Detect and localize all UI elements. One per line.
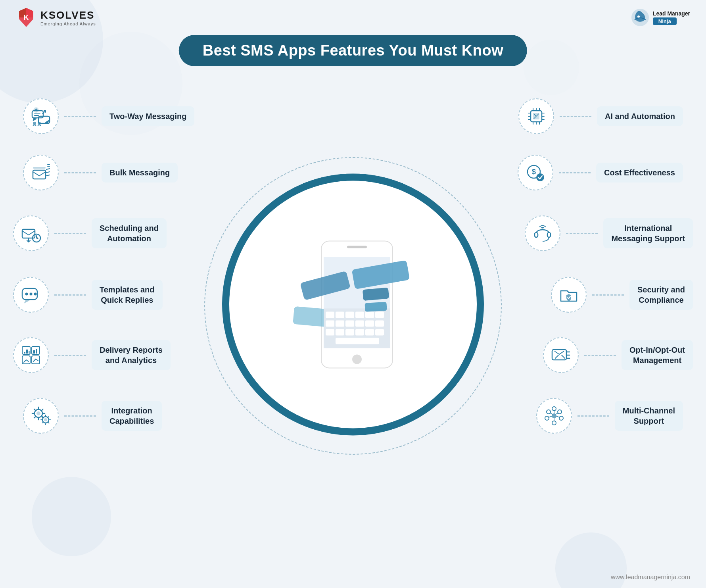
svg-rect-56 [36, 349, 37, 354]
svg-rect-20 [326, 320, 334, 327]
feature-label-templates: Templates and Quick Replies [92, 280, 163, 310]
svg-rect-23 [355, 320, 364, 327]
feature-bulk-messaging: Bulk Messaging [23, 155, 178, 190]
feature-international-messaging: International Messaging Support [525, 215, 693, 251]
feature-label-integration: Integration Capabilities [102, 401, 162, 431]
ksolves-icon: K [16, 7, 36, 28]
svg-rect-33 [363, 288, 389, 301]
feature-icon-multi-channel [536, 398, 572, 434]
svg-point-47 [34, 293, 37, 296]
svg-rect-9 [347, 246, 367, 248]
feature-icon-delivery-reports [13, 337, 49, 373]
svg-rect-24 [365, 320, 374, 327]
feature-label-security: Security and Compliance [629, 280, 693, 310]
svg-rect-51 [32, 356, 40, 364]
feature-label-ai: AI and Automation [597, 106, 683, 126]
connector [560, 116, 591, 117]
feature-label-two-way-messaging: Two-Way Messaging [102, 106, 194, 126]
feature-templates: Templates and Quick Replies [13, 277, 163, 313]
svg-rect-34 [365, 302, 387, 312]
connector [64, 172, 96, 173]
feature-icon-security [551, 277, 587, 313]
connector [64, 116, 96, 117]
svg-point-65 [536, 173, 544, 181]
svg-point-68 [542, 229, 543, 230]
svg-rect-26 [326, 329, 334, 335]
feature-label-cost: Cost Effectiveness [596, 163, 683, 183]
ninja-lead-label: Lead Manager [653, 10, 690, 17]
ksolves-logo: K KSOLVES Emerging Ahead Always [16, 7, 96, 28]
connector [54, 294, 86, 296]
svg-point-73 [559, 416, 563, 420]
ninja-logo: Lead Manager Ninja [631, 8, 690, 27]
svg-rect-32 [336, 338, 379, 344]
phone-svg [286, 217, 420, 392]
feature-opt-in-out: Opt-In/Opt-Out Management [543, 337, 693, 373]
svg-rect-29 [355, 329, 364, 335]
svg-rect-40 [33, 170, 46, 179]
svg-point-75 [545, 416, 549, 420]
ksolves-tagline: Emerging Ahead Always [40, 21, 96, 26]
connector [54, 355, 86, 356]
svg-point-58 [36, 411, 40, 415]
svg-rect-19 [375, 311, 384, 318]
outer-circle [222, 173, 484, 435]
svg-point-60 [44, 418, 47, 421]
page-title: Best SMS Apps Features You Must Know [203, 42, 503, 59]
svg-text:$: $ [532, 168, 536, 176]
feature-icon-ai [518, 98, 554, 134]
feature-icon-scheduling [13, 215, 49, 251]
ninja-icon [631, 8, 650, 27]
svg-rect-31 [375, 329, 384, 335]
connector [577, 415, 609, 417]
svg-rect-25 [375, 320, 384, 327]
svg-rect-27 [336, 329, 344, 335]
feature-scheduling-automation: Scheduling and Automation [13, 215, 167, 251]
feature-ai-automation: AI and Automation [518, 98, 683, 134]
svg-point-71 [552, 407, 556, 411]
svg-point-74 [552, 421, 556, 425]
ksolves-text: KSOLVES Emerging Ahead Always [40, 9, 96, 26]
feature-icon-cost: $ [518, 155, 553, 190]
svg-rect-17 [355, 311, 364, 318]
ksolves-name: KSOLVES [40, 9, 96, 21]
feature-icon-opt [543, 337, 579, 373]
svg-rect-15 [336, 311, 344, 318]
header: K KSOLVES Emerging Ahead Always Lead Man… [0, 0, 706, 35]
connector [566, 233, 598, 234]
feature-label-multi-channel: Multi-Channel Support [615, 401, 683, 431]
svg-point-39 [38, 122, 41, 125]
ninja-badge: Ninja [653, 17, 677, 25]
ninja-text: Lead Manager Ninja [653, 10, 690, 25]
svg-rect-22 [345, 320, 354, 327]
svg-rect-28 [345, 329, 354, 335]
svg-rect-30 [365, 329, 374, 335]
footer-url: www.leadmanagerninja.com [611, 574, 690, 581]
svg-text:K: K [24, 13, 29, 21]
svg-rect-18 [365, 311, 374, 318]
feature-cost-effectiveness: $ Cost Effectiveness [518, 155, 683, 190]
svg-rect-54 [29, 351, 30, 354]
feature-icon-two-way-messaging [23, 98, 59, 134]
feature-label-delivery-reports: Delivery Reports and Analytics [92, 340, 171, 370]
feature-label-scheduling-automation: Scheduling and Automation [92, 218, 167, 248]
svg-point-8 [352, 354, 362, 364]
center-illustration [222, 173, 484, 435]
footer-url-text: www.leadmanagerninja.com [611, 574, 690, 580]
svg-point-38 [33, 122, 36, 125]
svg-rect-53 [26, 350, 28, 354]
svg-point-45 [25, 293, 28, 296]
feature-delivery-reports: Delivery Reports and Analytics [13, 337, 171, 373]
svg-rect-21 [336, 320, 344, 327]
connector [559, 172, 591, 173]
svg-rect-16 [345, 311, 354, 318]
svg-rect-14 [326, 311, 334, 318]
feature-icon-bulk-messaging [23, 155, 59, 190]
title-banner: Best SMS Apps Features You Must Know [179, 35, 527, 66]
connector [584, 355, 616, 356]
svg-rect-55 [33, 350, 35, 354]
feature-icon-international [525, 215, 560, 251]
feature-icon-templates [13, 277, 49, 313]
feature-label-opt: Opt-In/Opt-Out Management [622, 340, 693, 370]
feature-multi-channel: Multi-Channel Support [536, 398, 683, 434]
